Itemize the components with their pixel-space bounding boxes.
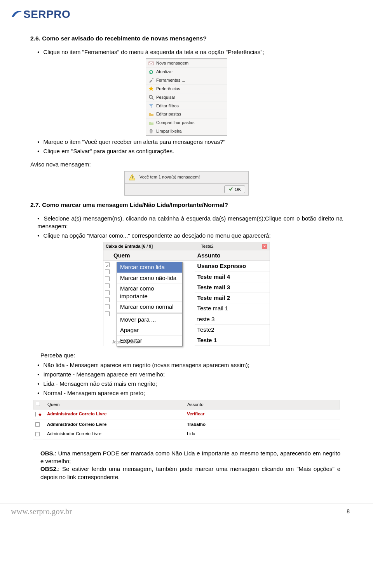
context-menu-marcar-normal[interactable]: Marcar como normal xyxy=(117,302,182,312)
row-checkbox[interactable] xyxy=(105,270,110,274)
row-checkbox[interactable] xyxy=(105,312,110,316)
subject-column: Usanso Expresso Teste mail 4 Teste mail … xyxy=(195,261,270,346)
footer-url: www.serpro.gov.br xyxy=(11,506,72,517)
cell-assunto: Lida xyxy=(185,430,340,438)
subject-row[interactable]: Teste 1 xyxy=(195,335,270,346)
subject-row[interactable]: Teste2 xyxy=(195,325,270,335)
menu-item-label: Nova mensagem xyxy=(156,60,188,66)
obs1-text: : Uma mensagem PODE ser marcada como Não… xyxy=(40,450,340,464)
close-icon[interactable]: × xyxy=(262,244,267,249)
table-row[interactable]: ★ Administrador Correio Livre Verificar xyxy=(33,410,340,420)
context-menu-marcar-importante[interactable]: Marcar como importante xyxy=(117,284,182,302)
bullet-selecione-mensagem: Selecione a(s) mensagem(ns), clicando na… xyxy=(37,215,343,231)
figure-alert-dialog: Você tem 1 nova(s) mensagem! OK xyxy=(124,171,249,196)
page-footer: www.serpro.gov.br 8 xyxy=(0,504,373,519)
cell-assunto: Trabalho xyxy=(185,421,340,429)
context-menu-marcar-lida[interactable]: Marcar como lida xyxy=(117,262,182,273)
row-checkbox[interactable] xyxy=(105,304,110,309)
table-row[interactable]: Administrador Correio Livre Trabalho xyxy=(33,420,340,430)
check-icon xyxy=(228,187,233,192)
row-checkbox[interactable] xyxy=(35,422,40,427)
header-checkbox[interactable] xyxy=(36,402,40,406)
folder-icon xyxy=(148,112,154,117)
figure-ferramentas-menu: Nova mensagem Atualizar Ferramentas ... … xyxy=(146,58,227,136)
menu-item-compartilhar-pastas[interactable]: Compartilhar pastas xyxy=(146,118,227,127)
serpro-swoosh-icon xyxy=(11,9,23,20)
row-checkbox[interactable] xyxy=(105,298,110,302)
checkbox-column xyxy=(105,261,110,318)
bullet-importante: Importante - Mensagem aparece em vermelh… xyxy=(37,371,343,378)
menu-item-pesquisar[interactable]: Pesquisar xyxy=(146,93,227,102)
menu-item-editar-filtros[interactable]: Editar filtros xyxy=(146,102,227,110)
svg-point-2 xyxy=(149,95,152,98)
page-header: SERPRO xyxy=(0,0,373,25)
bullet-clique-marcar-como: Clique na opção "Marcar como..." corresp… xyxy=(37,232,343,240)
bullet-lida: Lida - Mensagem não está mais em negrito… xyxy=(37,380,343,388)
menu-item-atualizar[interactable]: Atualizar xyxy=(146,67,227,76)
menu-item-label: Ferramentas ... xyxy=(156,77,185,83)
context-menu-apagar[interactable]: Apagar xyxy=(117,325,182,336)
menu-item-label: Editar filtros xyxy=(156,103,179,109)
menu-item-label: Atualizar xyxy=(156,69,173,75)
subject-row[interactable]: Teste mail 1 xyxy=(195,303,270,314)
subject-row[interactable]: teste 3 xyxy=(195,314,270,325)
obs2-text: : Se estiver lendo uma mensagem, também … xyxy=(40,466,340,480)
menu-item-label: Preferências xyxy=(156,86,180,92)
subject-row[interactable]: Usanso Expresso xyxy=(195,261,270,271)
figure-inbox-context-menu: Caixa de Entrada [6 / 9] Teste2 × Quem A… xyxy=(103,242,270,346)
row-checkbox[interactable] xyxy=(35,412,36,416)
share-folder-icon xyxy=(148,120,154,126)
row-checkbox[interactable] xyxy=(105,290,110,295)
menu-item-ferramentas[interactable]: Ferramentas ... xyxy=(146,76,227,84)
sender-joao-trindade: Joao Trindade xyxy=(112,339,139,345)
menu-item-label: Editar pastas xyxy=(156,111,181,117)
menu-item-preferencias[interactable]: Preferências xyxy=(146,84,227,93)
row-checkbox[interactable] xyxy=(105,276,110,281)
subject-row[interactable]: Teste mail 4 xyxy=(195,272,270,282)
obs-block: OBS.: Uma mensagem PODE ser marcada como… xyxy=(40,450,343,481)
table-row[interactable]: Administrador Correio Livre Lida xyxy=(33,429,340,439)
cell-quem: Administrador Correio Livre xyxy=(45,430,185,438)
inbox-subject-right: Teste2 xyxy=(201,243,213,249)
star-icon xyxy=(148,86,154,91)
subject-row[interactable]: Teste mail 2 xyxy=(195,293,270,303)
row-checkbox[interactable] xyxy=(105,284,110,288)
menu-item-limpar-lixeira[interactable]: Limpar lixeira xyxy=(146,127,227,135)
aviso-nova-mensagem-label: Aviso nova mensagem: xyxy=(30,161,343,168)
cell-quem: Administrador Correio Livre xyxy=(45,410,185,419)
cell-assunto: Verificar xyxy=(185,410,340,419)
search-icon xyxy=(148,94,154,100)
cell-quem: Administrador Correio Livre xyxy=(45,421,185,429)
bullet-marque-alerta: Marque o item "Você quer receber um aler… xyxy=(37,138,343,146)
serpro-logo-text: SERPRO xyxy=(23,7,70,22)
context-menu: Marcar como lida Marcar como não-lida Ma… xyxy=(117,262,183,346)
svg-point-1 xyxy=(152,78,153,79)
trash-icon xyxy=(148,128,154,134)
filter-icon xyxy=(148,103,154,108)
context-menu-marcar-nao-lida[interactable]: Marcar como não-lida xyxy=(117,273,182,284)
svg-rect-5 xyxy=(132,176,132,178)
page-number: 8 xyxy=(347,508,350,515)
important-star-icon: ★ xyxy=(38,411,42,418)
perceba-que: Perceba que: xyxy=(40,352,343,359)
row-checkbox[interactable] xyxy=(35,432,40,436)
section-2-6-title: 2.6. Como ser avisado do recebimento de … xyxy=(30,35,343,43)
bullet-normal: Normal - Mensagem aparece em preto; xyxy=(37,389,343,397)
bullet-nao-lida: Não lida - Mensagem aparece em negrito (… xyxy=(37,361,343,369)
ok-button[interactable]: OK xyxy=(224,186,245,193)
subject-row[interactable]: Teste mail 3 xyxy=(195,282,270,293)
table-header-assunto: Assunto xyxy=(185,400,340,410)
serpro-logo: SERPRO xyxy=(11,7,70,22)
section-2-7-title: 2.7. Como marcar uma mensagem Lida/Não L… xyxy=(30,201,343,209)
row-checkbox[interactable] xyxy=(105,262,110,267)
context-menu-mover-para[interactable]: Mover para ... xyxy=(117,315,182,325)
menu-item-label: Limpar lixeira xyxy=(156,128,181,134)
new-message-icon xyxy=(148,61,154,66)
svg-rect-4 xyxy=(150,129,152,130)
menu-item-label: Pesquisar xyxy=(156,94,175,100)
obs1-label: OBS. xyxy=(40,450,55,457)
column-header-assunto: Assunto xyxy=(195,250,270,261)
menu-item-editar-pastas[interactable]: Editar pastas xyxy=(146,110,227,118)
menu-item-nova-mensagem[interactable]: Nova mensagem xyxy=(146,59,227,67)
alert-text: Você tem 1 nova(s) mensagem! xyxy=(139,174,200,180)
